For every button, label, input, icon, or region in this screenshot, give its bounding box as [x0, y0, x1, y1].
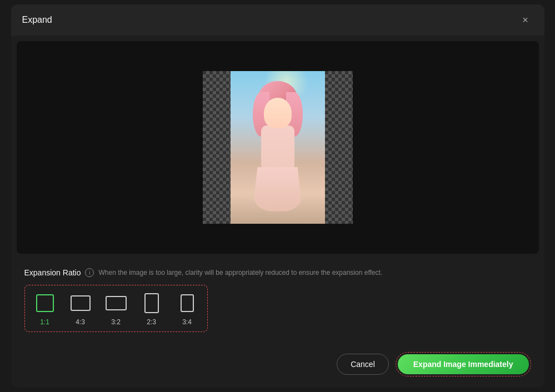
info-icon: i — [85, 268, 94, 277]
cancel-button[interactable]: Cancel — [337, 354, 389, 375]
ratio-label-3-4: 3:4 — [182, 318, 192, 326]
expansion-ratio-label: Expansion Ratio i When the image is too … — [24, 268, 531, 277]
expand-button-wrapper: Expand Image Immediately — [396, 352, 531, 376]
ratio-label-2-3: 2:3 — [147, 318, 156, 326]
transparent-area-left — [203, 71, 231, 224]
transparent-area-right — [325, 71, 353, 224]
figure-skirt — [253, 167, 303, 212]
ratio-label-3-2: 3:2 — [111, 318, 121, 326]
ratio-item-3-4[interactable]: 3:4 — [175, 291, 199, 326]
expand-dialog: Expand × Expansion Ratio — [11, 4, 544, 388]
expansion-hint: When the image is too large, clarity wil… — [98, 269, 382, 277]
ratio-shape-3-4 — [181, 294, 194, 312]
ratio-options-wrapper: 1:1 4:3 3:2 — [24, 285, 208, 332]
ratio-shape-2-3 — [144, 293, 159, 313]
ratio-icon-box-1-1 — [33, 291, 57, 315]
ratio-shape-3-2 — [106, 296, 127, 310]
image-preview-area — [17, 41, 539, 254]
ratio-label-4-3: 4:3 — [76, 318, 85, 326]
ratio-icon-box-2-3 — [139, 291, 164, 315]
ratio-label-1-1: 1:1 — [40, 318, 49, 326]
expand-image-immediately-button[interactable]: Expand Image Immediately — [398, 354, 529, 374]
ratio-item-2-3[interactable]: 2:3 — [139, 291, 164, 326]
dialog-title: Expand — [22, 15, 52, 25]
close-button[interactable]: × — [518, 12, 533, 28]
ratio-item-1-1[interactable]: 1:1 — [33, 291, 57, 326]
main-photo — [231, 71, 325, 224]
ratio-shape-4-3 — [71, 295, 91, 311]
dialog-header: Expand × — [11, 4, 544, 36]
expansion-ratio-title: Expansion Ratio — [24, 268, 81, 277]
figure — [244, 81, 311, 214]
ratio-icon-box-3-2 — [104, 291, 128, 315]
ratio-item-4-3[interactable]: 4:3 — [68, 291, 93, 326]
ratio-icon-box-4-3 — [68, 291, 93, 315]
figure-face — [264, 98, 292, 128]
image-container — [203, 71, 353, 224]
dialog-footer: Cancel Expand Image Immediately — [11, 352, 544, 388]
ratio-item-3-2[interactable]: 3:2 — [104, 291, 128, 326]
ratio-icon-box-3-4 — [175, 291, 199, 315]
expansion-ratio-section: Expansion Ratio i When the image is too … — [11, 259, 544, 352]
ratio-options: 1:1 4:3 3:2 — [33, 291, 199, 326]
ratio-shape-1-1 — [36, 294, 54, 312]
